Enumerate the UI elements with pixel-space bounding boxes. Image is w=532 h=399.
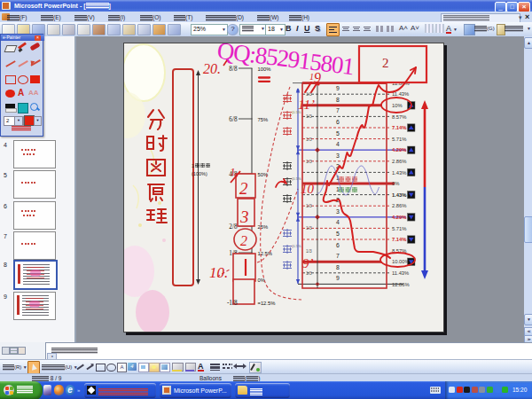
svg-text:(100%): (100%) xyxy=(192,171,207,176)
svg-text:8.57%: 8.57% xyxy=(392,114,406,120)
svg-text:5: 5 xyxy=(336,231,340,237)
svg-text:4: 4 xyxy=(336,141,340,147)
svg-text:4.29%: 4.29% xyxy=(392,215,406,220)
svg-text:9’: 9’ xyxy=(302,256,314,270)
svg-text:1.43%: 1.43% xyxy=(392,170,406,176)
svg-text:1/3: 1/3 xyxy=(306,137,312,142)
svg-text:11’: 11’ xyxy=(298,98,315,112)
svg-text:11.43%: 11.43% xyxy=(392,270,409,276)
svg-text:4: 4 xyxy=(336,219,340,225)
svg-text:1: 1 xyxy=(336,186,340,192)
svg-text:2.86%: 2.86% xyxy=(392,159,406,164)
svg-text:12.86%: 12.86% xyxy=(392,282,410,287)
svg-text:20.: 20. xyxy=(203,61,221,76)
svg-text:2.86%: 2.86% xyxy=(392,203,406,208)
svg-text:5: 5 xyxy=(336,130,340,137)
svg-text:3: 3 xyxy=(336,208,340,215)
svg-text:8/8: 8/8 xyxy=(229,66,238,73)
svg-text:3: 3 xyxy=(336,153,340,159)
svg-text:2: 2 xyxy=(382,56,389,70)
svg-text:2/8: 2/8 xyxy=(229,223,238,231)
svg-text:9: 9 xyxy=(314,70,321,85)
svg-text:6: 6 xyxy=(336,119,340,125)
svg-text:10.: 10. xyxy=(209,264,228,281)
svg-text:7.14%: 7.14% xyxy=(392,237,406,242)
svg-text:1/3: 1/3 xyxy=(306,271,312,276)
svg-text:6: 6 xyxy=(336,242,340,248)
svg-text:0%: 0% xyxy=(258,278,265,283)
svg-text:4.29%: 4.29% xyxy=(392,147,406,153)
svg-text:1/3: 1/3 xyxy=(306,204,312,208)
svg-text:9: 9 xyxy=(336,85,340,91)
svg-text:1: 1 xyxy=(192,163,194,168)
svg-text:3: 3 xyxy=(239,207,249,226)
svg-text:0%: 0% xyxy=(392,181,399,186)
svg-text:1/3: 1/3 xyxy=(306,249,312,254)
svg-text:(0.5%: (0.5% xyxy=(292,176,301,181)
svg-text:25%: 25% xyxy=(258,224,269,230)
svg-text:5.71%: 5.71% xyxy=(392,226,406,231)
svg-text:1.43%: 1.43% xyxy=(392,192,406,198)
svg-text:10%: 10% xyxy=(392,103,403,108)
svg-text:(0.5%: (0.5% xyxy=(292,244,301,248)
svg-text:11.43%: 11.43% xyxy=(392,91,409,97)
svg-text:1/3: 1/3 xyxy=(306,114,312,119)
svg-text:75%: 75% xyxy=(258,117,269,122)
svg-text:6/8: 6/8 xyxy=(229,116,238,123)
svg-text:7.14%: 7.14% xyxy=(392,125,406,130)
svg-text:9: 9 xyxy=(336,275,340,281)
svg-text:-1/8: -1/8 xyxy=(227,300,238,307)
svg-text:10.00%: 10.00% xyxy=(392,259,410,264)
svg-text:1/3: 1/3 xyxy=(306,226,312,231)
svg-text:=12.5%: =12.5% xyxy=(258,301,276,306)
svg-text:8: 8 xyxy=(336,97,340,103)
svg-text:QQ:852915801: QQ:852915801 xyxy=(215,43,355,80)
svg-text:10: 10 xyxy=(301,182,315,196)
svg-text:5.71%: 5.71% xyxy=(392,137,406,142)
svg-text:8: 8 xyxy=(336,264,340,270)
svg-text:2: 2 xyxy=(240,233,247,248)
svg-text:7: 7 xyxy=(336,253,340,259)
svg-text:1/3: 1/3 xyxy=(306,160,312,164)
svg-text:2: 2 xyxy=(239,179,248,198)
svg-text:7: 7 xyxy=(336,107,340,113)
